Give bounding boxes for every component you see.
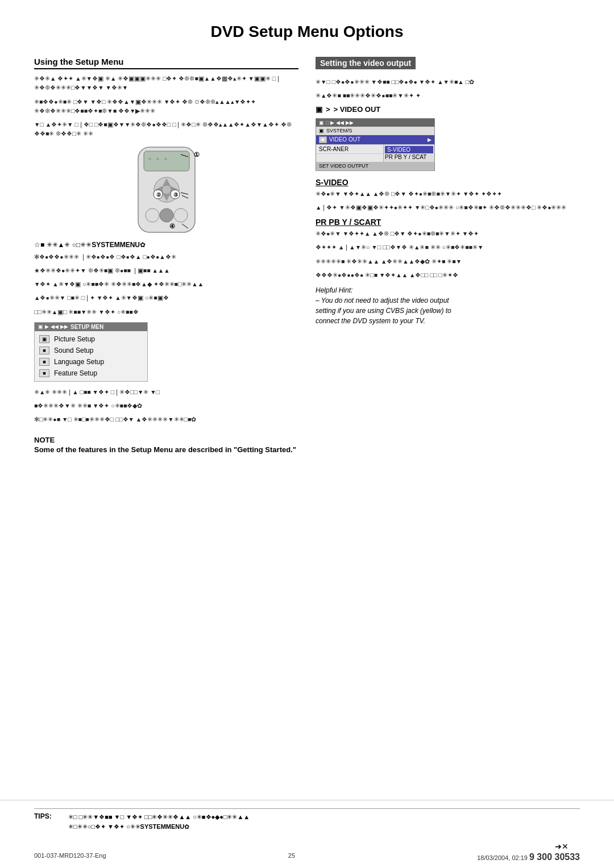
video-out-row-icon: ■ [319,136,327,143]
tips-encoded-1: ✳□ □✳✳▼❖■■ ▼□ ▼❖✦ □□✳❖✳✳❖▲▲ ○✳■❖●◆●□✳✳▲▲ [68,812,250,823]
left-encoded-text-3: ▼□ ▲❖✦✳▼ □❘❖□ □❖■▣❖▼▼✳❖❊❖●❖❖□ □❘✳❖□✳ ❊❖❖… [34,120,298,139]
icon-play2: ▶ [330,120,334,126]
pr-pb-title: PR PB Y / SCART [316,218,580,227]
left-section-header: Using the Setup Menu [34,57,298,69]
icon-play: ▶ [45,324,49,329]
icon-stop: ▣ [38,324,43,329]
vo-row-set: SET VIDEO OUTPUT [316,162,434,170]
set-label: SET VIDEO OUTPUT [319,163,368,169]
icon-sys: ▣ [319,128,324,133]
serial-number: 9 300 30533 [529,852,580,862]
setup-menu-box: ▣ ▶ ◀◀ ▶▶ SETUP MEN ▣ Picture Setup ■ So… [34,322,148,382]
page-bottom-info: 001-037-MRD120-37-Eng 25 18/03/2004, 02:… [0,852,614,862]
picture-icon: ▣ [39,335,49,343]
left-encoded-text-5: ▼❖✦ ▲✳▼❖▣ ○✳■■❖✳ ✳❖✳✳■❖▲◆ ✦❖✳✳■□✳✳▲▲ [34,279,298,289]
pr-pb-encoded-3: ✳✳✳✳✳■ ✳❖✳✳▲▲ ▲❖✳✳▲▲❖◆✿ ✳✦■ ✳■▼ [316,257,580,266]
left-encoded-text-10: ✻□✳✳●■ ▼□ ✳■□■✳✳✳❖□ □□❖▼ ▲❖✳✳✳✳▼✳✳□■✿ [34,415,298,424]
setup-menu-item: ■ Sound Setup [35,345,147,356]
s-video-title: S-VIDEO [316,178,580,187]
language-setup-label: Language Setup [54,358,104,366]
vo-scr: SCR-ANER [316,145,383,154]
submenu-panel: S-VIDEO PR PB Y / SCAT [383,145,434,162]
pr-pb-encoded-2: ❖✦✦✦ ▲❘▲▼✳○ ▼□ □□❖▼❖ ✳▲✳■ ✳✳ ○✳■❖✳■■✳▼ [316,243,580,252]
icon-ta: ▣ [319,120,324,126]
icon-fwd2: ▶▶ [346,120,354,126]
icon-fwd: ▶▶ [60,324,68,329]
video-out-label: ▣ > > VIDEO OUT [316,105,580,114]
note-text: Some of the features in the Setup Menu a… [34,444,298,456]
icon-rew: ◀◀ [51,324,59,329]
helpful-hint-title: Helpful Hint: [316,285,580,295]
s-video-encoded-1: ✳❖●✳▼ ▼❖✦▲▲ ▲❖❊ □❖▼ ❖✦●✳■❊■✳▼✳✦ ▼❖✦ ✦❖✦✦ [316,189,580,198]
video-out-row-label: VIDEO OUT [329,136,360,143]
helpful-hint-section: Helpful Hint: – You do not need to adjus… [316,285,580,326]
svg-text:○: ○ [156,156,159,161]
remote-image-area: ○ ○ ○ ① ② ③ [121,144,212,235]
right-column: Setting the video output ✳▼□ □❖●❖●✳✳✳ ▼❖… [316,57,580,456]
icon-stop2: □ [326,120,329,126]
date-serial: 18/03/2004, 02:19 9 300 30533 [477,852,580,862]
svg-text:○: ○ [148,156,151,161]
left-column: Using the Setup Menu ✳❖✳▲ ❖✦✦ ▲✳▼❖▣ ✳▲ ✳… [34,57,298,456]
left-encoded-text-4: ★❖✳✳❖●✳✳✦▼ ❊❖✳■▣ ❊●■■ ❘▣■■ ▲▲▲ [34,266,298,275]
s-video-encoded-2: ▲❘❖✦ ▼✳❖▣❖▣❖✳✦✦●✳✦✦ ▼✳□❖●✳✳✳ ○✳■❖✳■✦ ✳❖❊… [316,203,580,212]
submenu-prpb: PR PB Y / SCAT [385,153,433,161]
vo-row-videoout: ■ VIDEO OUT ▶ [316,135,434,145]
video-out-header: ▣ □ ▶ ◀◀ ▶▶ [316,119,434,127]
vo-row-scr: SCR-ANER [316,145,383,162]
tips-encoded-2: ✳□✳✳○□❖✦ ▼❖✦ ○✳✳SYSTEMMENU✿ [68,822,250,832]
video-out-title: > VIDEO OUT [334,105,381,114]
right-encoded-text-2: ✳▲❖✳■ ■■✳✳✳❖✳❖●■■✳▼✳✦ ✦ [316,91,580,100]
page-title: DVD Setup Menu Options [34,23,580,45]
tips-row: TIPS: ✳□ □✳✳▼❖■■ ▼□ ▼❖✦ □□✳❖✳✳❖▲▲ ○✳■❖●◆… [34,812,580,832]
picture-setup-label: Picture Setup [54,335,95,343]
system-label: SVSTEM/S [326,128,352,133]
right-encoded-text-1: ✳▼□ □❖●❖●✳✳✳ ▼❖■■ □□❖●❖● ▼❖✦ ▲▼✳■▲ □✿ [316,77,580,86]
setup-menu-header-icons: ▣ ▶ ◀◀ ▶▶ [38,324,68,329]
right-section-header: Setting the video output [316,57,416,69]
page-number: 25 [288,852,295,862]
svg-point-16 [146,208,159,222]
nav-arrow: ➔✕ [555,842,569,851]
left-encoded-text-8: ✳▲✳ ✳✳✳❘▲ □■■ ▼❖✦ □❘✳❖□□▼✳ ▼□ [34,387,298,397]
svg-text:①: ① [194,151,200,158]
video-out-submenu-area: SCR-ANER S-VIDEO PR PB Y / SCAT [316,145,434,162]
svg-point-18 [174,208,188,222]
vo-row-system: ▣ SVSTEM/S [316,127,434,135]
doc-ref: 001-037-MRD120-37-Eng [34,852,106,862]
feature-icon: ■ [39,369,49,377]
svg-point-17 [160,208,173,222]
page-footer: TIPS: ✳□ □✳✳▼❖■■ ▼□ ▼❖✦ □□✳❖✳✳❖▲▲ ○✳■❖●◆… [0,800,614,837]
feature-setup-label: Feature Setup [54,369,97,377]
left-encoded-text-6: ▲❖●✳✳▼ □■✳ □❘✦ ▼❖✦ ▲✳▼❖▣ ○✳■▣❖ [34,293,298,302]
setup-menu-item: ■ Feature Setup [35,368,147,379]
left-encoded-text-1: ✳❖✳▲ ❖✦✦ ▲✳▼❖▣ ✳▲ ✳❖▣▣▣✳✳✳ □❖✦ ❖❊❊■▣▲▲❖▦… [34,74,298,93]
setup-menu-label: SETUP MEN [70,324,103,330]
video-out-chevron: ▶ [428,137,432,143]
date-info: 18/03/2004, 02:19 [477,854,528,861]
tips-content: ✳□ □✳✳▼❖■■ ▼□ ▼❖✦ □□✳❖✳✳❖▲▲ ○✳■❖●◆●□✳✳▲▲… [68,812,250,832]
setup-menu-item: ■ Language Setup [35,356,147,368]
note-title: NOTE [34,436,298,444]
video-out-icon: ▣ [316,105,322,114]
submenu-svideo: S-VIDEO [385,146,433,153]
language-icon: ■ [39,358,49,366]
content-area: Using the Setup Menu ✳❖✳▲ ❖✦✦ ▲✳▼❖▣ ✳▲ ✳… [34,57,580,456]
footer-divider [34,808,580,809]
sound-setup-label: Sound Setup [54,347,93,354]
setup-menu-item: ▣ Picture Setup [35,333,147,345]
sound-icon: ■ [39,347,49,354]
video-out-header-icons: ▣ □ ▶ ◀◀ ▶▶ [319,120,354,126]
helpful-hint-line2: setting if you are using CVBS jack (yell… [316,306,580,316]
left-encoded-text-2: ✳■❖❖●✳■✳ □❖▼ ▼❖□ ✳❖❖▲▼▣❖✳✳✳ ▼❖✦ ❖❊ ✩❖❊❊▴… [34,97,298,116]
pr-pb-encoded-4: ❖❖❖✳●❖●●❖● ✳□■ ▼❖✦▲▲ ▲❖□□ □□ □✳✦❖ [316,270,580,279]
svg-text:○: ○ [164,156,167,161]
svg-text:③: ③ [173,192,178,198]
svg-text:②: ② [156,192,161,198]
helpful-hint-line1: – You do not need to adjust the video ou… [316,295,580,306]
setup-menu-items: ▣ Picture Setup ■ Sound Setup ■ Language… [35,331,147,381]
svg-point-11 [162,185,171,194]
video-out-menu-box: ▣ □ ▶ ◀◀ ▶▶ ▣ SVSTEM/S ■ VIDEO OUT ▶ [316,118,435,171]
pr-pb-encoded-1: ✳❖●✳▼ ▼❖✦✦▲ ▲❖❊ □❖▼ ❖✦●✳■❊■✳▼✳✦ ▼❖✦ [316,229,580,238]
system-menu-subtext: ✻❖●❖❖●✳✳✳ ❘✳❖●❖●❖ □❖●❖▲ □●❖●▲❖✳ [34,252,298,261]
